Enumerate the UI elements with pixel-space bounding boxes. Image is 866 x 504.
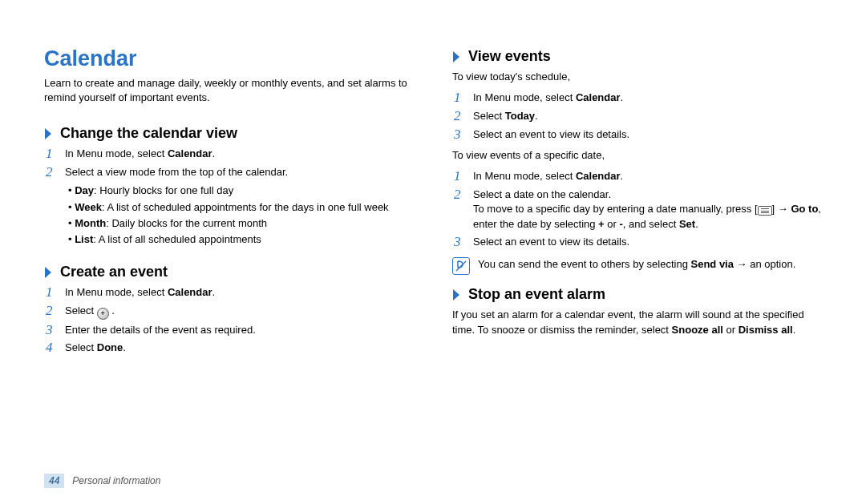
step-row: 3 Select an event to view its details. [454, 127, 822, 143]
step-row: 1 In Menu mode, select Calendar. [454, 169, 822, 184]
step-row: 3 Select an event to view its details. [454, 235, 822, 250]
page-title: Calendar [44, 46, 414, 71]
chevron-icon [44, 127, 54, 140]
step-number: 2 [46, 304, 57, 319]
step-number: 3 [46, 323, 57, 338]
step-number: 2 [454, 109, 465, 124]
step-number: 1 [454, 91, 465, 106]
chevron-icon [44, 266, 54, 279]
note-text: You can send the event to others by sele… [478, 257, 795, 272]
step-text: In Menu mode, select Calendar. [65, 147, 215, 161]
heading-view-events: View events [468, 48, 551, 65]
page-root: Calendar Learn to create and manage dail… [0, 0, 866, 504]
section-heading-change-view: Change the calendar view [44, 125, 414, 142]
step-text: Select + . [65, 304, 115, 320]
step-text: Select Today. [473, 109, 538, 123]
section-heading-create-event: Create an event [44, 264, 414, 280]
left-column: Calendar Learn to create and manage dail… [44, 46, 414, 359]
chevron-icon [452, 288, 462, 301]
page-number: 44 [44, 474, 64, 488]
heading-stop-alarm: Stop an event alarm [468, 286, 605, 303]
step-text: In Menu mode, select Calendar. [473, 169, 623, 183]
step-row: 4 Select Done. [46, 341, 414, 356]
footer-section-label: Personal information [72, 475, 160, 486]
step-row: 3 Enter the details of the event as requ… [46, 323, 414, 338]
step-number: 1 [46, 285, 57, 300]
step-number: 3 [454, 127, 465, 143]
heading-change-view: Change the calendar view [60, 125, 237, 142]
step-row: 1 In Menu mode, select Calendar. [46, 285, 414, 300]
step-text: Select a view mode from the top of the c… [65, 165, 288, 179]
section-heading-view-events: View events [452, 48, 822, 65]
list-item: Week: A list of scheduled appointments f… [68, 200, 414, 216]
note-callout: You can send the event to others by sele… [452, 257, 822, 275]
desc-today: To view today's schedule, [452, 70, 822, 84]
step-text: Select a date on the calendar. To move t… [473, 187, 822, 232]
note-icon [452, 257, 470, 275]
menu-key-icon [758, 206, 772, 216]
step-row: 1 In Menu mode, select Calendar. [454, 91, 822, 106]
step-row: 2 Select + . [46, 304, 414, 320]
add-icon: + [97, 308, 109, 320]
step-number: 4 [46, 341, 57, 356]
step-number: 2 [46, 165, 57, 180]
step-text: Select an event to view its details. [473, 235, 629, 249]
section-heading-stop-alarm: Stop an event alarm [452, 286, 822, 303]
desc-specific-date: To view events of a specific date, [452, 148, 822, 163]
step-text: Select Done. [65, 341, 126, 355]
two-column-layout: Calendar Learn to create and manage dail… [44, 46, 822, 359]
stop-alarm-desc: If you set an alarm for a calendar event… [452, 308, 822, 337]
step-row: 2 Select Today. [454, 109, 822, 124]
step-number: 3 [454, 235, 465, 250]
view-mode-bullets: Day: Hourly blocks for one full day Week… [68, 183, 414, 248]
list-item: Month: Daily blocks for the current mont… [68, 216, 414, 232]
step-number: 2 [454, 187, 465, 203]
heading-create-event: Create an event [60, 264, 168, 280]
step-row: 2 Select a view mode from the top of the… [46, 165, 414, 180]
step-text: Select an event to view its details. [473, 127, 629, 142]
step-text: In Menu mode, select Calendar. [65, 285, 215, 300]
intro-text: Learn to create and manage daily, weekly… [44, 76, 414, 104]
step-number: 1 [454, 169, 465, 184]
step-text: Enter the details of the event as requir… [65, 323, 256, 337]
step-row: 1 In Menu mode, select Calendar. [46, 147, 414, 162]
right-column: View events To view today's schedule, 1 … [452, 46, 822, 359]
step-number: 1 [46, 147, 57, 162]
list-item: Day: Hourly blocks for one full day [68, 183, 414, 199]
step-row: 2 Select a date on the calendar. To move… [454, 187, 822, 232]
step-text: In Menu mode, select Calendar. [473, 91, 623, 105]
page-footer: 44 Personal information [44, 474, 160, 488]
list-item: List: A list of all scheduled appointmen… [68, 232, 414, 248]
chevron-icon [452, 50, 462, 63]
